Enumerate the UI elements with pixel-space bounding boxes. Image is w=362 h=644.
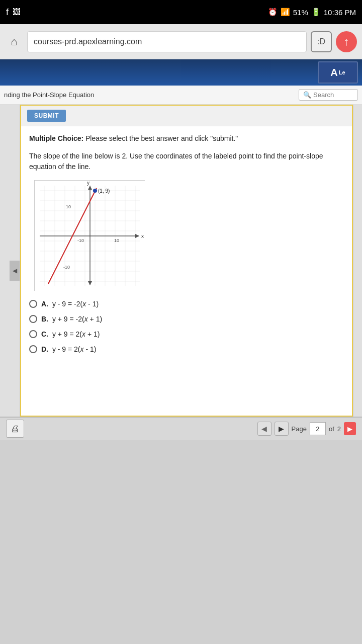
- svg-text:10: 10: [114, 238, 119, 243]
- status-bar: f 🖼 ⏰ 📶 51% 🔋 10:36 PM: [0, 0, 362, 24]
- battery-icon: 🔋: [311, 8, 321, 17]
- svg-text:x: x: [141, 233, 144, 239]
- breadcrumb: nding the Point-Slope Equation: [4, 91, 299, 99]
- image-icon: 🖼: [13, 8, 21, 17]
- svg-text:-10: -10: [77, 238, 84, 243]
- facebook-icon: f: [6, 7, 9, 18]
- total-pages: 2: [337, 425, 341, 433]
- question-area: SUBMIT Multiple Choice: Please select th…: [20, 105, 353, 417]
- submit-bar: SUBMIT: [21, 106, 352, 126]
- multiple-choice-label: Multiple Choice:: [29, 134, 83, 142]
- choice-a[interactable]: A. y - 9 = -2(x - 1): [29, 300, 344, 308]
- tab-icon: :D: [317, 37, 325, 46]
- search-box[interactable]: 🔍: [299, 89, 358, 101]
- logo-text: A: [330, 67, 337, 78]
- go-next-button[interactable]: ▶: [344, 422, 356, 435]
- of-label: of: [329, 425, 334, 433]
- answer-choices: A. y - 9 = -2(x - 1) B. y + 9 = -2(x + 1…: [29, 300, 344, 353]
- app-header: A Le: [0, 59, 362, 86]
- prev-page-button[interactable]: ◀: [257, 422, 272, 436]
- print-button[interactable]: 🖨: [6, 420, 24, 438]
- choice-b-label: B. y + 9 = -2(x + 1): [41, 315, 102, 323]
- apex-logo: A Le: [318, 61, 358, 84]
- upload-button[interactable]: ↑: [336, 31, 357, 52]
- logo-subtext: Le: [339, 69, 345, 75]
- page-label: Page: [292, 425, 307, 433]
- choice-a-label: A. y - 9 = -2(x - 1): [41, 300, 99, 308]
- breadcrumb-row: nding the Point-Slope Equation 🔍: [0, 86, 362, 105]
- clock: 10:36 PM: [324, 8, 356, 17]
- svg-text:10: 10: [66, 204, 71, 209]
- svg-text:-10: -10: [63, 265, 70, 270]
- choice-c-label: C. y + 9 = 2(x + 1): [41, 330, 100, 338]
- scrollbar[interactable]: [353, 105, 362, 417]
- choice-c[interactable]: C. y + 9 = 2(x + 1): [29, 330, 344, 338]
- page-number: 2: [310, 422, 326, 435]
- address-bar[interactable]: courses-prd.apexlearning.com: [27, 31, 307, 52]
- coordinate-graph: x y -10 10 10 -10: [35, 181, 145, 291]
- battery-percent: 51%: [293, 8, 308, 17]
- instruction-rest: Please select the best answer and click …: [83, 134, 238, 142]
- search-icon: 🔍: [303, 91, 311, 99]
- signal-icon: 📶: [281, 8, 290, 17]
- status-right: ⏰ 📶 51% 🔋 10:36 PM: [268, 8, 356, 17]
- radio-a[interactable]: [29, 300, 37, 308]
- radio-c[interactable]: [29, 330, 37, 338]
- svg-point-33: [93, 189, 97, 193]
- svg-text:y: y: [87, 181, 89, 186]
- page-navigation: ◀ ▶ Page 2 of 2 ▶: [257, 422, 356, 436]
- status-left: f 🖼: [6, 7, 21, 18]
- svg-text:(1, 9): (1, 9): [98, 188, 110, 194]
- question-content: Multiple Choice: Please select the best …: [21, 126, 352, 367]
- content-wrapper: ◀ SUBMIT Multiple Choice: Please select …: [0, 105, 362, 417]
- choice-b[interactable]: B. y + 9 = -2(x + 1): [29, 315, 344, 323]
- question-instruction: Multiple Choice: Please select the best …: [29, 133, 344, 144]
- question-body: The slope of the line below is 2. Use th…: [29, 151, 344, 172]
- radio-b[interactable]: [29, 315, 37, 323]
- tab-button[interactable]: :D: [311, 31, 332, 52]
- alarm-icon: ⏰: [268, 8, 278, 17]
- search-input[interactable]: [313, 91, 353, 99]
- upload-icon: ↑: [344, 35, 349, 48]
- browser-bar: ⌂ courses-prd.apexlearning.com :D ↑: [0, 24, 362, 59]
- left-panel: ◀: [0, 105, 20, 417]
- print-icon: 🖨: [11, 424, 20, 434]
- home-button[interactable]: ⌂: [5, 33, 23, 51]
- bottom-toolbar: 🖨 ◀ ▶ Page 2 of 2 ▶: [0, 417, 362, 440]
- chevron-right-icon: ▶: [347, 425, 352, 433]
- radio-d[interactable]: [29, 345, 37, 353]
- choice-d-label: D. y - 9 = 2(x - 1): [41, 345, 96, 353]
- left-panel-toggle[interactable]: ◀: [10, 261, 20, 281]
- url-text: courses-prd.apexlearning.com: [34, 37, 142, 46]
- choice-d[interactable]: D. y - 9 = 2(x - 1): [29, 345, 344, 353]
- submit-button[interactable]: SUBMIT: [27, 110, 66, 122]
- next-page-button[interactable]: ▶: [275, 422, 289, 436]
- graph-container: x y -10 10 10 -10: [34, 180, 145, 291]
